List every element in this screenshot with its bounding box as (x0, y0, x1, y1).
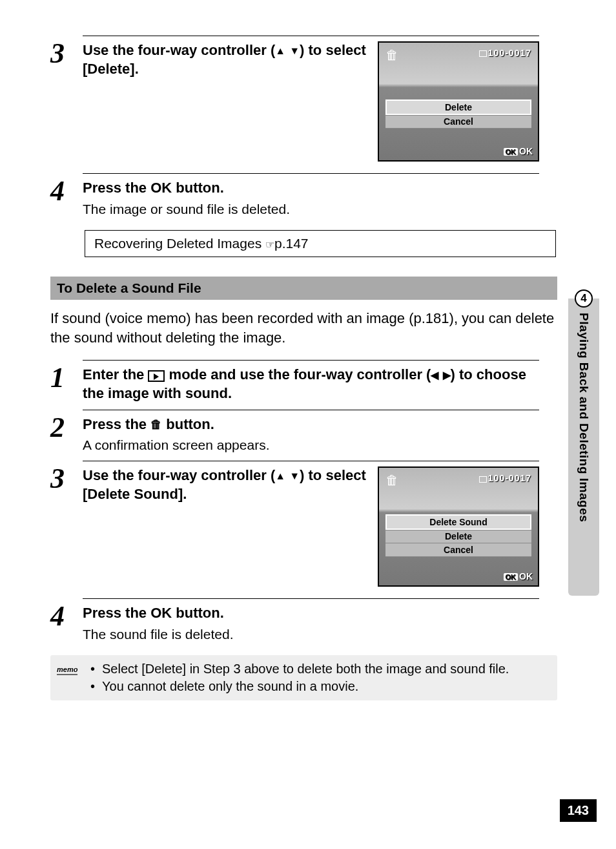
side-tab: 4 Playing Back and Deleting Images (571, 289, 597, 522)
menu: Delete Sound Delete Cancel (385, 514, 531, 557)
down-triangle-icon: ▼ (289, 45, 300, 58)
text: Press the (83, 416, 150, 432)
text: Press the (83, 605, 150, 621)
section2-step2: 2 Press the 🗑 button. A confirmation scr… (50, 410, 539, 455)
pointer-icon: ☞ (265, 239, 274, 250)
text: You cannot delete only the sound in a mo… (102, 678, 358, 695)
menu-item-delete: Delete (385, 100, 531, 115)
chapter-number: 4 (575, 289, 593, 308)
page-number: 143 (560, 799, 597, 822)
section2-step1: 1 Enter the mode and use the four-way co… (50, 360, 539, 403)
section1-step4: 4 Press the OK button. The image or soun… (50, 173, 539, 218)
step-desc: A confirmation screen appears. (83, 436, 539, 454)
step-number: 3 (50, 461, 83, 493)
text: button. (162, 416, 214, 432)
left-triangle-icon: ◀ (431, 369, 438, 383)
folder-number: 100-0017 (479, 473, 531, 483)
text: 100-0017 (488, 473, 531, 483)
menu-item-cancel: Cancel (385, 543, 531, 557)
text: Enter the (83, 366, 148, 383)
step-number: 2 (50, 410, 83, 442)
up-triangle-icon: ▲ (275, 470, 285, 483)
subheader: To Delete a Sound File (50, 277, 557, 300)
text: Select [Delete] in Step 3 above to delet… (102, 660, 509, 678)
menu-item-delete-sound: Delete Sound (385, 514, 531, 530)
step-number: 4 (50, 598, 83, 631)
trash-icon: 🗑 (385, 48, 398, 63)
text: Recovering Deleted Images (94, 236, 265, 251)
section1-step3: 3 Use the four-way controller (▲ ▼) to s… (50, 36, 539, 162)
folder-icon (479, 50, 487, 57)
chapter-title: Playing Back and Deleting Images (577, 313, 591, 522)
ok-word: OK (150, 605, 172, 621)
step-number: 4 (50, 173, 83, 205)
step-number: 1 (50, 360, 83, 392)
step-heading: Press the OK button. (83, 604, 539, 623)
text: Use the four-way controller ( (83, 467, 275, 483)
step-number: 3 (50, 36, 83, 68)
memo-icon: memo (57, 660, 90, 675)
memo-item: •Select [Delete] in Step 3 above to dele… (90, 660, 551, 678)
step-heading: Press the OK button. (83, 179, 539, 198)
menu-item-cancel: Cancel (385, 115, 531, 129)
menu: Delete Cancel (385, 100, 531, 129)
ok-label: OK (519, 571, 533, 582)
ok-word: OK (150, 180, 172, 196)
text: Press the (83, 180, 150, 196)
step-heading: Use the four-way controller (▲ ▼) to sel… (83, 466, 371, 503)
ok-box: OK (504, 148, 518, 156)
text: button. (172, 180, 224, 196)
folder-icon (479, 476, 487, 483)
right-triangle-icon: ▶ (443, 369, 451, 383)
trash-icon: 🗑 (385, 473, 398, 488)
text: button. (172, 605, 224, 621)
memo-item: •You cannot delete only the sound in a m… (90, 678, 551, 695)
camera-screenshot-delete: 🗑 100-0017 Delete Cancel OKOK (378, 41, 539, 162)
step-heading: Press the 🗑 button. (83, 415, 539, 434)
step-desc: The image or sound file is deleted. (83, 200, 539, 218)
ok-box: OK (504, 573, 518, 581)
memo-block: memo •Select [Delete] in Step 3 above to… (50, 655, 557, 700)
ok-indicator: OKOK (504, 146, 533, 156)
text: Use the four-way controller ( (83, 42, 275, 58)
text: 100-0017 (488, 48, 531, 58)
up-triangle-icon: ▲ (275, 45, 285, 58)
memo-label: memo (57, 666, 77, 675)
step-desc: The sound file is deleted. (83, 625, 539, 644)
crossref-box: Recovering Deleted Images ☞p.147 (85, 230, 556, 257)
step-heading: Use the four-way controller (▲ ▼) to sel… (83, 41, 371, 78)
menu-item-delete: Delete (385, 530, 531, 543)
text: mode and use the four-way controller ( (165, 366, 431, 383)
memo-list: •Select [Delete] in Step 3 above to dele… (90, 660, 551, 695)
ok-label: OK (519, 146, 533, 156)
playback-mode-icon (148, 370, 165, 382)
step-heading: Enter the mode and use the four-way cont… (83, 366, 539, 403)
trash-button-icon: 🗑 (150, 417, 162, 432)
section2-step4: 4 Press the OK button. The sound file is… (50, 598, 539, 644)
section2-step3: 3 Use the four-way controller (▲ ▼) to s… (50, 461, 539, 587)
page-ref: p.147 (274, 236, 309, 251)
down-triangle-icon: ▼ (289, 470, 300, 483)
intro-text: If sound (voice memo) has been recorded … (50, 309, 557, 347)
folder-number: 100-0017 (479, 48, 531, 58)
camera-screenshot-delete-sound: 🗑 100-0017 Delete Sound Delete Cancel OK… (378, 466, 539, 587)
ok-indicator: OKOK (504, 571, 533, 582)
